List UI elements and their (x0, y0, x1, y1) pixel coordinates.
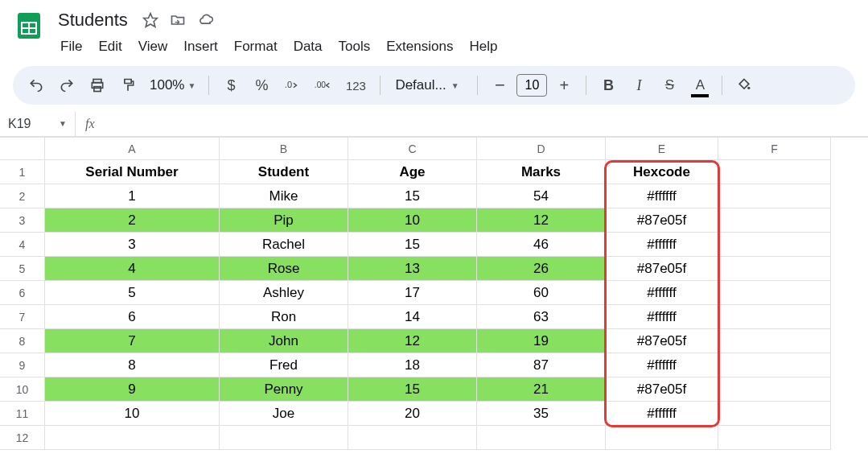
header-cell[interactable]: Serial Number (45, 160, 220, 184)
cell-serial[interactable]: 4 (45, 257, 220, 281)
menu-file[interactable]: File (53, 35, 89, 58)
menu-view[interactable]: View (131, 35, 175, 58)
cell-hex[interactable]: #87e05f (606, 257, 718, 281)
bold-button[interactable]: B (594, 72, 622, 99)
cell-student[interactable]: John (220, 329, 348, 353)
cell-student[interactable]: Penny (220, 377, 348, 402)
cell-student[interactable]: Ashley (220, 281, 348, 305)
sheets-logo[interactable] (13, 10, 45, 42)
cell-age[interactable]: 14 (348, 305, 477, 329)
italic-button[interactable]: I (625, 72, 652, 99)
formula-bar[interactable]: fx (76, 117, 105, 131)
cell-student[interactable]: Ron (220, 305, 348, 329)
header-cell[interactable]: Hexcode (606, 160, 718, 184)
cell-student[interactable]: Rose (220, 257, 348, 281)
text-color-button[interactable]: A (686, 72, 714, 99)
cell-age[interactable]: 15 (348, 377, 477, 402)
name-box[interactable]: K19▼ (0, 111, 76, 136)
cell-hex[interactable]: #ffffff (606, 184, 718, 208)
cell-age[interactable]: 17 (348, 281, 477, 305)
cell[interactable] (718, 257, 831, 281)
cell-serial[interactable]: 2 (45, 208, 220, 233)
cell-marks[interactable]: 12 (477, 208, 606, 233)
cell[interactable] (718, 281, 831, 305)
cell-student[interactable]: Mike (220, 184, 348, 208)
document-title[interactable]: Students (53, 8, 133, 32)
header-cell[interactable]: Marks (477, 160, 606, 184)
menu-edit[interactable]: Edit (91, 35, 129, 58)
column-header-F[interactable]: F (718, 138, 831, 160)
menu-extensions[interactable]: Extensions (379, 35, 460, 58)
column-header-B[interactable]: B (220, 138, 348, 160)
cell[interactable] (348, 426, 477, 450)
cell-serial[interactable]: 10 (45, 402, 220, 426)
cell-hex[interactable]: #87e05f (606, 208, 718, 233)
cell-age[interactable]: 20 (348, 402, 477, 426)
row-header-7[interactable]: 7 (0, 305, 45, 329)
cell-hex[interactable]: #87e05f (606, 377, 718, 402)
row-header-9[interactable]: 9 (0, 353, 45, 377)
header-cell[interactable]: Age (348, 160, 477, 184)
cell[interactable] (718, 426, 831, 450)
cell[interactable] (718, 160, 831, 184)
cell-marks[interactable]: 19 (477, 329, 606, 353)
cell-marks[interactable]: 54 (477, 184, 606, 208)
redo-button[interactable] (53, 72, 80, 99)
cell[interactable] (718, 353, 831, 377)
cell-serial[interactable]: 7 (45, 329, 220, 353)
decrease-decimal-button[interactable]: .0 (278, 72, 306, 99)
cell-serial[interactable]: 3 (45, 233, 220, 257)
cell[interactable] (718, 402, 831, 426)
increase-decimal-button[interactable]: .00 (309, 72, 336, 99)
decrease-font-button[interactable]: − (486, 72, 513, 99)
cell-hex[interactable]: #ffffff (606, 353, 718, 377)
print-button[interactable] (84, 72, 111, 99)
cell-age[interactable]: 15 (348, 184, 477, 208)
cell-marks[interactable]: 60 (477, 281, 606, 305)
row-header-3[interactable]: 3 (0, 208, 45, 233)
row-header-12[interactable]: 12 (0, 426, 45, 450)
menu-tools[interactable]: Tools (331, 35, 378, 58)
row-header-1[interactable]: 1 (0, 160, 45, 184)
cloud-status-icon[interactable] (197, 12, 215, 28)
cell-age[interactable]: 10 (348, 208, 477, 233)
format-currency-button[interactable]: $ (217, 72, 245, 99)
cell[interactable] (718, 305, 831, 329)
row-header-10[interactable]: 10 (0, 377, 45, 402)
font-family-select[interactable]: Defaul...▼ (389, 77, 469, 93)
more-formats-button[interactable]: 123 (339, 72, 372, 99)
cell-age[interactable]: 18 (348, 353, 477, 377)
column-header-A[interactable]: A (45, 138, 220, 160)
cell[interactable] (718, 233, 831, 257)
header-cell[interactable]: Student (220, 160, 348, 184)
fill-color-button[interactable] (730, 72, 758, 99)
paint-format-button[interactable] (114, 72, 142, 99)
cell-marks[interactable]: 26 (477, 257, 606, 281)
menu-insert[interactable]: Insert (176, 35, 225, 58)
cell[interactable] (220, 426, 348, 450)
cell-student[interactable]: Rachel (220, 233, 348, 257)
cell-student[interactable]: Joe (220, 402, 348, 426)
cell-marks[interactable]: 63 (477, 305, 606, 329)
menu-help[interactable]: Help (462, 35, 504, 58)
column-header-D[interactable]: D (477, 138, 606, 160)
increase-font-button[interactable]: + (550, 72, 578, 99)
row-header-11[interactable]: 11 (0, 402, 45, 426)
cell-age[interactable]: 13 (348, 257, 477, 281)
cell-hex[interactable]: #ffffff (606, 281, 718, 305)
format-percent-button[interactable]: % (248, 72, 275, 99)
row-header-5[interactable]: 5 (0, 257, 45, 281)
menu-data[interactable]: Data (286, 35, 330, 58)
cell[interactable] (45, 426, 220, 450)
cell-serial[interactable]: 5 (45, 281, 220, 305)
cell-marks[interactable]: 35 (477, 402, 606, 426)
cell-age[interactable]: 12 (348, 329, 477, 353)
row-header-2[interactable]: 2 (0, 184, 45, 208)
undo-button[interactable] (23, 72, 50, 99)
column-header-E[interactable]: E (606, 138, 718, 160)
cell-marks[interactable]: 21 (477, 377, 606, 402)
row-header-8[interactable]: 8 (0, 329, 45, 353)
cell-student[interactable]: Fred (220, 353, 348, 377)
cell[interactable] (718, 329, 831, 353)
font-size-input[interactable] (516, 74, 547, 97)
